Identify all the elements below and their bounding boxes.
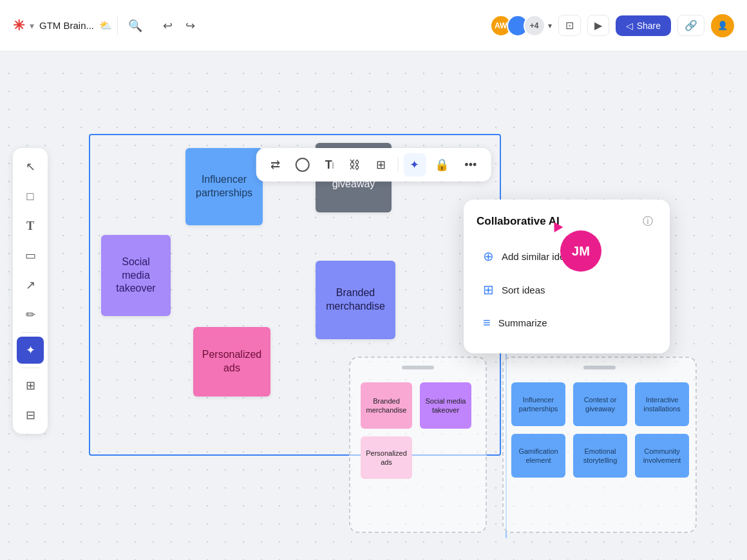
sort-icon: ⊞ <box>483 282 494 297</box>
add-similar-icon: ⊕ <box>483 248 494 264</box>
toolbar-select-btn[interactable]: ⇄ <box>264 153 287 176</box>
sticky-influencer[interactable]: Influencer partnerships <box>185 148 263 225</box>
breadcrumb-dot: ▾ <box>30 21 34 31</box>
top-bar-right: AW +4 ▾ ⊡ ▶ ◁ Share 🔗 👤 <box>490 14 734 37</box>
group2-contest-text: Contest or giveaway <box>578 395 622 414</box>
toolbar-ai-btn[interactable]: ✦ <box>403 153 426 176</box>
group2-interactive-text: Interactive installations <box>640 395 684 414</box>
share-button[interactable]: ◁ Share <box>616 15 671 36</box>
group2-card-community[interactable]: Community involvement <box>635 434 689 478</box>
sidebar-divider-2 <box>21 368 39 368</box>
cursor-initials: JM <box>572 244 590 259</box>
frame-icon: □ <box>27 190 34 203</box>
cursor-icon: ↖ <box>26 160 35 174</box>
sidebar-line-btn[interactable]: ↗ <box>17 272 44 299</box>
present-button[interactable]: ⊡ <box>558 15 581 36</box>
nav-controls: ↩ ↪ <box>158 16 200 35</box>
group1-personalized-text: Personalized ads <box>366 449 407 467</box>
sidebar-template-btn[interactable]: ⊟ <box>17 402 44 429</box>
ai-sparkle-icon: ✦ <box>410 158 419 172</box>
sticky-social-media-text: Social media takeover <box>111 256 160 295</box>
toolbar-text-btn[interactable]: T | <box>319 154 341 176</box>
ai-panel: Collaborative AI ⓘ ⊕ Add similar ideas ⊞… <box>464 200 670 353</box>
toolbar-link-btn[interactable]: ⛓ <box>343 154 367 176</box>
group1-card-social[interactable]: Social media takeover <box>420 382 471 429</box>
more-icon: ••• <box>464 158 477 172</box>
top-bar: ✳ ▾ GTM Brain... ⛅ 🔍 ↩ ↪ AW +4 ▾ ⊡ ▶ ◁ S… <box>0 0 747 51</box>
info-icon: ⓘ <box>643 215 653 229</box>
present-icon: ⊡ <box>565 19 574 32</box>
left-sidebar: ↖ □ T ▭ ↗ ✏ ✦ ⊞ ⊟ <box>13 148 48 434</box>
share-icon: ◁ <box>626 21 633 31</box>
redo-button[interactable]: ↪ <box>180 16 200 35</box>
group1-handle <box>402 366 434 369</box>
ai-icon: ✦ <box>26 343 35 357</box>
undo-button[interactable]: ↩ <box>158 16 178 35</box>
template-icon: ⊟ <box>26 408 35 422</box>
group1-card-branded[interactable]: Branded merchandise <box>361 382 412 429</box>
group1-card-personalized[interactable]: Personalized ads <box>361 436 412 479</box>
grid-icon: ⊞ <box>376 158 386 172</box>
cloud-save-icon[interactable]: ⛅ <box>99 19 112 32</box>
sidebar-text-btn[interactable]: T <box>17 212 44 239</box>
summarize-label: Summarize <box>498 317 547 328</box>
toolbar-lock-btn[interactable]: 🔒 <box>428 153 455 176</box>
sidebar-pen-btn[interactable]: ✏ <box>17 301 44 328</box>
summarize-icon: ≡ <box>483 315 491 330</box>
toolbar-divider <box>397 157 398 173</box>
share-label: Share <box>637 21 661 31</box>
group2-card-influencer[interactable]: Influencer partnerships <box>511 382 565 426</box>
ai-panel-header: Collaborative AI ⓘ <box>477 212 657 230</box>
ai-panel-title: Collaborative AI <box>477 215 560 228</box>
group2-card-emotional[interactable]: Emotional storytelling <box>573 434 627 478</box>
toolbar: ⇄ T | ⛓ ⊞ ✦ 🔒 ••• <box>256 148 491 182</box>
line-icon: ↗ <box>26 278 35 292</box>
top-bar-left: ✳ ▾ GTM Brain... ⛅ <box>13 17 112 34</box>
sticky-branded[interactable]: Branded merchandise <box>316 261 395 339</box>
ai-info-button[interactable]: ⓘ <box>639 212 657 230</box>
avatar-chevron-icon[interactable]: ▾ <box>548 21 552 30</box>
search-button[interactable]: 🔍 <box>123 16 147 35</box>
sticky-personalized-text: Personalized ads <box>202 348 262 375</box>
user-avatar-button[interactable]: 👤 <box>711 14 734 37</box>
sidebar-ai-btn[interactable]: ✦ <box>17 337 44 364</box>
canvas[interactable]: ↖ □ T ▭ ↗ ✏ ✦ ⊞ ⊟ ⇄ <box>0 64 747 560</box>
pen-icon: ✏ <box>26 308 35 322</box>
toolbar-more-btn[interactable]: ••• <box>458 154 483 176</box>
table-icon: ⊞ <box>26 378 35 393</box>
play-button[interactable]: ▶ <box>587 15 609 36</box>
avatar-count: +4 <box>524 15 545 37</box>
ai-summarize-option[interactable]: ≡ Summarize <box>477 308 657 338</box>
sidebar-shape-btn[interactable]: ▭ <box>17 242 44 269</box>
text-caret-icon: | <box>332 162 334 169</box>
link-icon: ⛓ <box>349 158 361 172</box>
select-transform-icon: ⇄ <box>270 158 280 172</box>
toolbar-grid-btn[interactable]: ⊞ <box>370 153 392 176</box>
cursor-avatar-jm: JM <box>560 230 601 272</box>
sorted-group-2: Influencer partnerships Contest or givea… <box>502 357 697 533</box>
group2-emotional-text: Emotional storytelling <box>578 447 622 465</box>
logo-icon: ✳ <box>13 17 24 34</box>
toolbar-shape-btn[interactable] <box>289 153 316 176</box>
circle-shape-icon <box>296 158 310 172</box>
group2-influencer-text: Influencer partnerships <box>516 395 560 414</box>
sticky-social-media[interactable]: Social media takeover <box>101 235 171 316</box>
link-button[interactable]: 🔗 <box>677 15 704 36</box>
sidebar-divider <box>21 332 39 333</box>
sidebar-table-btn[interactable]: ⊞ <box>17 372 44 399</box>
group1-branded-text: Branded merchandise <box>366 397 407 415</box>
text-icon: T <box>26 219 34 233</box>
group2-card-contest[interactable]: Contest or giveaway <box>573 382 627 426</box>
group2-card-interactive[interactable]: Interactive installations <box>635 382 689 426</box>
sidebar-frame-btn[interactable]: □ <box>17 183 44 210</box>
sticky-personalized[interactable]: Personalized ads <box>193 327 270 397</box>
sidebar-select-btn[interactable]: ↖ <box>17 153 44 180</box>
group2-card-gamification[interactable]: Gamification element <box>511 434 565 478</box>
lock-icon: 🔒 <box>435 158 449 172</box>
sort-label: Sort ideas <box>502 285 545 295</box>
app-title: GTM Brain... <box>39 20 94 31</box>
ai-sort-option[interactable]: ⊞ Sort ideas <box>477 274 657 305</box>
play-icon: ▶ <box>594 19 602 32</box>
group2-gamification-text: Gamification element <box>516 447 560 465</box>
group1-social-text: Social media takeover <box>425 397 466 415</box>
